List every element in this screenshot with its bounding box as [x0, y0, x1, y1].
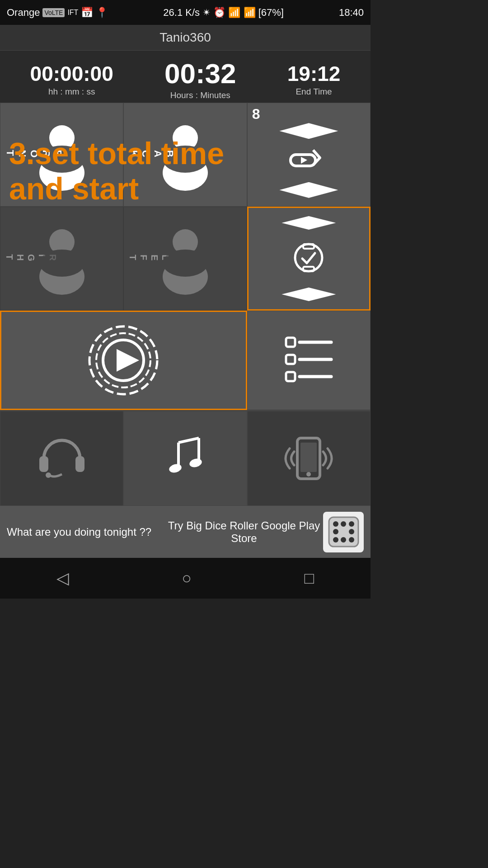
row3-grid [0, 311, 371, 410]
network-speed: 26.1 K/s [163, 7, 200, 18]
ad-banner[interactable]: What are you doing tonight ?? Try Big Di… [0, 506, 371, 558]
watch-diamond-bottom [282, 288, 336, 301]
total-value: 00:32 [164, 57, 236, 90]
right-person-cell: RIGHT [0, 207, 123, 311]
headphones-icon [35, 431, 89, 486]
location-icon: 📍 [96, 7, 108, 19]
elapsed-block: 00:00:00 hh : mm : ss [30, 61, 113, 97]
play-button-cell[interactable] [0, 311, 247, 410]
svg-point-44 [333, 537, 338, 542]
svg-point-43 [349, 529, 354, 534]
svg-point-46 [349, 537, 354, 542]
bottom-icons-row [0, 410, 371, 506]
replay-wrapper[interactable] [288, 146, 329, 175]
svg-line-31 [178, 438, 199, 443]
list-icon-cell[interactable] [247, 311, 371, 410]
volte-badge: VoLTE [42, 8, 65, 17]
number-badge: 8 [252, 106, 260, 123]
ad-icon [323, 512, 364, 552]
right-top-cell: 8 [247, 103, 371, 207]
headphones-cell[interactable] [0, 411, 123, 506]
play-button-icon [87, 324, 160, 396]
calendar-icon: 📅 [81, 7, 93, 19]
left-person-cell: LEFT [123, 207, 247, 311]
svg-marker-20 [117, 349, 139, 372]
watch-timer-cell[interactable] [247, 207, 371, 311]
replay-icon [288, 148, 329, 173]
svg-rect-28 [75, 456, 84, 472]
total-block: 00:32 Hours : Minutes [164, 57, 236, 100]
elapsed-value: 00:00:00 [30, 61, 113, 86]
right-person-icon [35, 225, 89, 292]
back-button[interactable]: ◁ [56, 569, 69, 588]
svg-rect-23 [286, 355, 295, 364]
svg-point-37 [306, 472, 311, 476]
watch-diamond-top [282, 216, 336, 230]
recents-button[interactable]: □ [305, 569, 314, 588]
overlay-line1: 3.set total time [9, 136, 239, 171]
svg-rect-15 [303, 244, 314, 249]
list-icon [284, 333, 333, 387]
svg-point-45 [341, 537, 346, 542]
diamond-bottom [279, 182, 338, 198]
alarm-icon: ⏰ [213, 7, 225, 18]
time-display: 00:00:00 hh : mm : ss 00:32 Hours : Minu… [0, 51, 371, 103]
home-button[interactable]: ○ [182, 569, 192, 588]
end-time-value: 19:12 [287, 61, 341, 86]
total-label: Hours : Minutes [164, 90, 236, 100]
diamond-top [279, 123, 338, 139]
svg-point-34 [188, 458, 203, 469]
svg-point-41 [349, 521, 354, 527]
watch-icon-wrapper [291, 240, 327, 278]
elapsed-label: hh : mm : ss [30, 87, 113, 97]
svg-point-29 [46, 472, 51, 478]
carrier-label: Orange [7, 7, 40, 19]
status-bar: Orange VoLTE IFT 📅 📍 26.1 K/s ✴ ⏰ 📶 📶 [6… [0, 0, 371, 25]
end-time-block: 19:12 End Time [287, 61, 341, 97]
svg-rect-16 [303, 267, 314, 271]
ad-left-text: What are you doing tonight ?? [7, 526, 165, 538]
svg-rect-21 [286, 338, 295, 347]
ad-cta-text: Try Big Dice Roller Google Play Store [165, 519, 323, 545]
svg-point-33 [168, 463, 183, 474]
vibrate-icon [282, 427, 336, 490]
svg-rect-25 [286, 372, 295, 381]
title-bar: Tanio360 [0, 25, 371, 51]
svg-point-39 [333, 521, 338, 527]
svg-point-40 [341, 521, 346, 527]
status-center: 26.1 K/s ✴ ⏰ 📶 📶 [67%] [163, 7, 284, 19]
nav-bar: ◁ ○ □ [0, 558, 371, 599]
svg-rect-36 [300, 443, 317, 472]
app-title: Tanio360 [160, 30, 211, 44]
clock-display: 18:40 [339, 7, 364, 19]
watch-icon [291, 240, 327, 276]
svg-point-10 [39, 250, 84, 277]
svg-point-13 [163, 250, 208, 277]
music-cell[interactable] [123, 411, 247, 506]
svg-point-42 [333, 529, 338, 534]
end-time-label: End Time [287, 87, 341, 97]
signal-icon: 📶 [244, 7, 256, 18]
wifi-icon: 📶 [228, 7, 240, 18]
svg-rect-27 [39, 456, 48, 472]
status-left: Orange VoLTE IFT 📅 📍 [7, 7, 108, 19]
svg-marker-7 [301, 157, 307, 164]
bt-icon: ✴ [202, 7, 213, 18]
overlay-text: 3.set total time and start [0, 129, 249, 213]
battery-icon: [67%] [258, 7, 284, 18]
vibrate-cell[interactable] [247, 411, 371, 506]
ift-icon: IFT [67, 9, 78, 17]
music-icon [158, 431, 212, 486]
overlay-line2: and start [9, 171, 239, 206]
left-person-icon [158, 225, 212, 292]
dice-icon [327, 515, 361, 549]
